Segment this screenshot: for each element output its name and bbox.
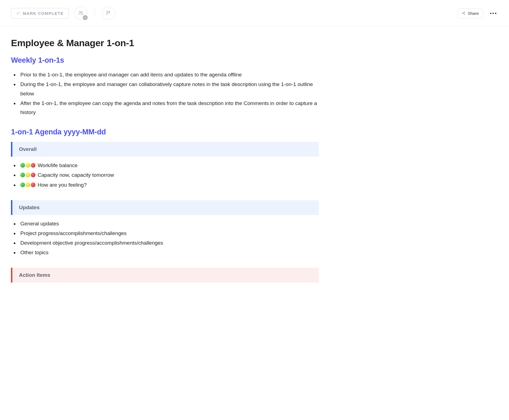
list-item: General updates <box>19 219 319 228</box>
check-icon <box>16 11 20 15</box>
mark-complete-label: MARK COMPLETE <box>23 11 63 16</box>
share-icon <box>462 11 466 15</box>
section-weekly-heading[interactable]: Weekly 1-on-1s <box>11 56 319 65</box>
plus-badge-icon: + <box>83 15 88 20</box>
dot-icon <box>495 13 496 14</box>
list-item: Work/life balance <box>19 161 319 170</box>
toolbar-divider <box>95 9 95 18</box>
toolbar: MARK COMPLETE + Share <box>0 0 509 27</box>
callout-heading: Action Items <box>19 272 312 278</box>
callout-updates: Updates <box>11 200 319 215</box>
share-label: Share <box>468 11 479 16</box>
updates-list: General updates Project progress/accompl… <box>11 219 319 258</box>
dot-icon <box>490 13 491 14</box>
document-content: Employee & Manager 1-on-1 Weekly 1-on-1s… <box>0 27 330 297</box>
svg-point-0 <box>79 11 81 13</box>
mark-complete-button[interactable]: MARK COMPLETE <box>11 8 69 19</box>
green-dot-icon <box>20 183 25 187</box>
add-flag-button[interactable] <box>102 7 115 20</box>
yellow-dot-icon <box>26 183 30 187</box>
more-menu-button[interactable] <box>488 11 498 16</box>
dot-icon <box>493 13 494 14</box>
callout-heading: Overall <box>19 146 312 152</box>
overall-list: Work/life balance Capacity now, capacity… <box>11 161 319 189</box>
list-item: After the 1-on-1, the employee can copy … <box>19 99 319 117</box>
list-item: Capacity now, capacity tomorrow <box>19 170 319 180</box>
green-dot-icon <box>20 163 25 168</box>
callout-action-items: Action Items <box>11 268 319 283</box>
list-item: Project progress/accomplishments/challen… <box>19 228 319 238</box>
list-item: Prior to the 1-on-1, the employee and ma… <box>19 70 319 79</box>
callout-heading: Updates <box>19 205 312 211</box>
weekly-bullet-list: Prior to the 1-on-1, the employee and ma… <box>11 70 319 117</box>
traffic-lights <box>20 162 36 168</box>
people-icon <box>78 10 84 16</box>
traffic-lights <box>20 182 36 188</box>
red-dot-icon <box>31 183 35 187</box>
list-item: How are you feeling? <box>19 180 319 190</box>
add-people-button[interactable]: + <box>74 7 87 20</box>
flag-icon <box>105 10 112 16</box>
item-text: Work/life balance <box>38 162 78 168</box>
green-dot-icon <box>20 173 25 177</box>
red-dot-icon <box>31 173 35 177</box>
traffic-lights <box>20 172 36 178</box>
share-button[interactable]: Share <box>458 9 483 18</box>
list-item: Other topics <box>19 248 319 257</box>
item-text: Capacity now, capacity tomorrow <box>38 172 114 178</box>
svg-point-3 <box>464 12 465 12</box>
svg-point-2 <box>462 13 463 13</box>
section-agenda-heading[interactable]: 1-on-1 Agenda yyyy-MM-dd <box>11 128 319 136</box>
callout-overall: Overall <box>11 142 319 157</box>
list-item: Development objective progress/accomplis… <box>19 238 319 248</box>
yellow-dot-icon <box>26 173 30 177</box>
list-item: During the 1-on-1, the employee and mana… <box>19 80 319 98</box>
yellow-dot-icon <box>26 163 30 168</box>
svg-point-1 <box>81 12 83 13</box>
red-dot-icon <box>31 163 35 168</box>
item-text: How are you feeling? <box>38 182 87 188</box>
page-title: Employee & Manager 1-on-1 <box>11 38 319 48</box>
svg-point-4 <box>464 14 465 14</box>
